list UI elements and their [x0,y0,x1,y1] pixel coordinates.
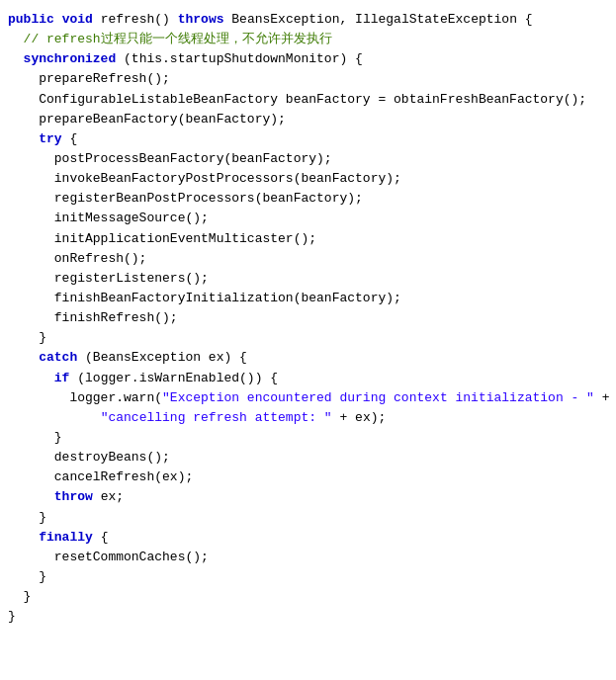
code-line: } [8,328,608,348]
normal-token: } [8,330,46,345]
normal-token: prepareRefresh(); [8,71,170,86]
normal-token: (this.startupShutdownMonitor) { [116,51,363,66]
code-line: invokeBeanFactoryPostProcessors(beanFact… [8,169,608,189]
normal-token: cancelRefresh(ex); [8,469,193,484]
kw-token: throw [54,489,93,504]
normal-token [8,489,54,504]
code-line: cancelRefresh(ex); [8,468,608,487]
kw-token: void [62,12,93,27]
kw-token: synchronized [24,51,117,66]
code-line: ConfigurableListableBeanFactory beanFact… [8,90,608,110]
normal-token: refresh() [93,12,178,27]
code-line: finally { [8,528,608,548]
code-line: postProcessBeanFactory(beanFactory); [8,149,608,169]
code-line: // refresh过程只能一个线程处理，不允许并发执行 [8,30,608,49]
code-container: public void refresh() throws BeansExcept… [0,0,616,680]
code-line: throw ex; [8,487,608,507]
normal-token: + [594,390,610,405]
kw-token: public [8,12,54,27]
code-line: } [8,428,608,448]
code-line: initMessageSource(); [8,209,608,228]
normal-token: { [62,131,78,146]
normal-token: registerBeanPostProcessors(beanFactory); [8,191,363,206]
code-block: public void refresh() throws BeansExcept… [8,10,608,627]
normal-token: prepareBeanFactory(beanFactory); [8,112,286,127]
code-line: } [8,567,608,587]
normal-token [8,350,39,365]
normal-token: } [8,430,62,445]
normal-token: BeansException, IllegalStateException { [223,12,532,27]
kw-token: try [39,131,61,146]
normal-token: initMessageSource(); [8,211,209,225]
normal-token [8,530,39,545]
normal-token: invokeBeanFactoryPostProcessors(beanFact… [8,171,401,186]
code-line: prepareRefresh(); [8,69,608,89]
code-line: registerListeners(); [8,269,608,289]
code-line: resetCommonCaches(); [8,548,608,567]
code-line: prepareBeanFactory(beanFactory); [8,110,608,129]
normal-token [54,12,62,27]
code-line: try { [8,129,608,149]
normal-token: finishRefresh(); [8,310,178,325]
code-line: } [8,607,608,627]
code-line: finishBeanFactoryInitialization(beanFact… [8,289,608,308]
normal-token: finishBeanFactoryInitialization(beanFact… [8,291,401,305]
kw-token: throws [178,12,224,27]
normal-token: { [93,530,109,545]
normal-token [8,51,24,66]
normal-token: logger.warn( [8,390,162,405]
normal-token: postProcessBeanFactory(beanFactory); [8,151,332,166]
normal-token: onRefresh(); [8,251,146,266]
string-token: "cancelling refresh attempt: " [101,410,332,425]
code-line: onRefresh(); [8,249,608,269]
normal-token: } [8,589,31,604]
code-line: registerBeanPostProcessors(beanFactory); [8,189,608,209]
string-token: "Exception encountered during context in… [162,390,594,405]
code-line: } [8,587,608,607]
normal-token: ex; [93,489,124,504]
normal-token: + ex); [332,410,387,425]
normal-token [8,371,54,385]
normal-token: initApplicationEventMulticaster(); [8,231,316,246]
code-line: synchronized (this.startupShutdownMonito… [8,49,608,69]
comment-token: // refresh过程只能一个线程处理，不允许并发执行 [8,32,332,46]
normal-token: (BeansException ex) { [77,350,247,365]
code-line: if (logger.isWarnEnabled()) { [8,369,608,388]
normal-token: } [8,569,46,584]
kw-token: if [54,371,70,385]
normal-token: } [8,510,46,525]
code-line: finishRefresh(); [8,308,608,328]
normal-token: resetCommonCaches(); [8,550,209,564]
code-line: public void refresh() throws BeansExcept… [8,10,608,30]
code-line: destroyBeans(); [8,448,608,468]
kw-token: finally [39,530,93,545]
normal-token [8,410,101,425]
normal-token: registerListeners(); [8,271,209,286]
normal-token: } [8,609,16,624]
normal-token: (logger.isWarnEnabled()) { [69,371,278,385]
code-line: } [8,508,608,528]
code-line: "cancelling refresh attempt: " + ex); [8,408,608,428]
code-line: logger.warn("Exception encountered durin… [8,388,608,408]
code-line: initApplicationEventMulticaster(); [8,229,608,249]
normal-token: destroyBeans(); [8,450,170,465]
normal-token: ConfigurableListableBeanFactory beanFact… [8,92,586,107]
normal-token [8,131,39,146]
code-line: catch (BeansException ex) { [8,348,608,368]
kw-token: catch [39,350,77,365]
